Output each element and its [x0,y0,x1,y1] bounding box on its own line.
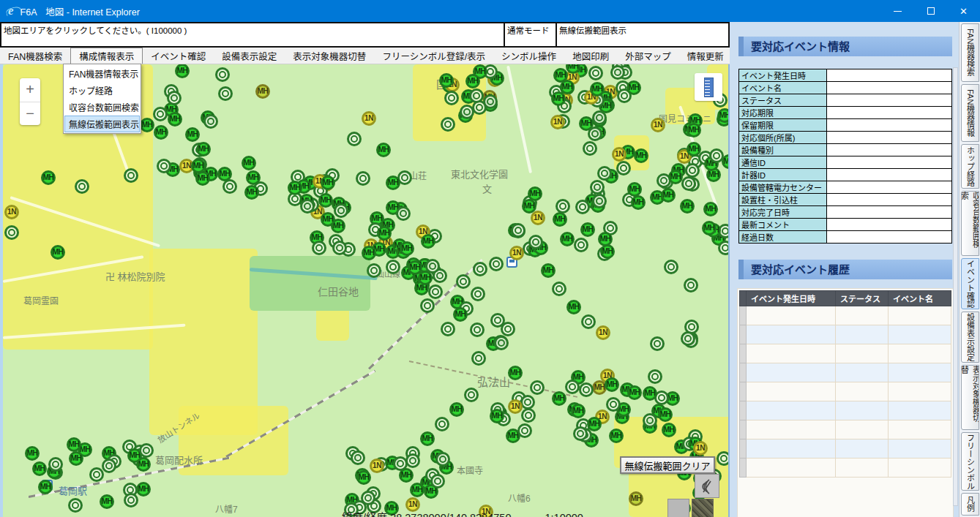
map-marker-ring[interactable] [124,493,138,507]
menu-item[interactable]: 設備表示設定 [214,48,285,64]
map-marker-ring[interactable] [681,176,696,191]
map-marker-ring[interactable] [435,452,450,467]
dropdown-item[interactable]: 収容台数範囲検索 [64,99,140,116]
zoom-out-button[interactable]: − [20,102,40,126]
map-marker-mh[interactable]: MH [490,409,504,423]
map-marker-ring[interactable] [473,262,487,276]
map-marker-mh[interactable]: MH [703,202,718,216]
history-row[interactable] [740,344,951,363]
map-marker-ring[interactable] [464,388,479,402]
map-marker-mh[interactable]: MH [627,385,642,400]
map-marker-mh[interactable]: MH [421,234,435,249]
map-marker-ring[interactable] [590,180,605,195]
map-marker-ring[interactable] [153,107,168,121]
map-marker-ring[interactable] [610,65,625,80]
map-marker-ring[interactable] [588,127,602,141]
map-marker-1n[interactable]: 1N [693,441,708,456]
panel-scrollbar[interactable] [953,67,958,506]
map-marker-mh[interactable]: MH [541,263,556,278]
map-marker-ring[interactable] [89,467,104,482]
map-marker-mh[interactable]: MH [168,112,182,127]
map-marker-mh[interactable]: MH [51,245,65,260]
side-tab[interactable]: FAN機器検索 [961,23,979,82]
map-marker-ring[interactable] [334,203,348,218]
map-marker-ring[interactable] [521,408,536,423]
map-marker-ring[interactable] [583,141,597,156]
map-marker-ring[interactable] [573,426,588,441]
map-marker-mh[interactable]: MH [420,431,435,446]
map-marker-mh[interactable]: MH [634,148,648,163]
map-marker-mh[interactable]: MH [136,482,151,497]
map-marker-mh[interactable]: MH [508,366,523,380]
map-marker-mh[interactable]: MH [717,108,730,123]
map-marker-ring[interactable] [574,238,588,252]
map-marker-mh[interactable]: MH [687,123,701,137]
history-row[interactable] [740,420,951,439]
side-tab[interactable]: 収容台数範囲検索 [961,191,979,256]
map-marker-ring[interactable] [685,163,700,178]
map-marker-ring[interactable] [471,287,485,301]
map-marker-mh[interactable]: MH [399,468,414,483]
map-marker-mh[interactable]: MH [626,80,641,95]
maximize-button[interactable] [914,0,947,22]
map-marker-mh[interactable]: MH [560,232,575,246]
map-marker-mh[interactable]: MH [386,176,400,190]
map-marker-mh[interactable]: MH [551,91,566,106]
map-marker-mh[interactable]: MH [41,170,56,185]
map-marker-ring[interactable] [222,179,237,194]
side-tab[interactable]: 表示対象機器切替 [961,365,979,430]
map-marker-ring[interactable] [167,91,182,105]
map-marker-ring[interactable] [102,458,116,473]
map-marker-ring[interactable] [718,241,730,255]
map-marker-ring[interactable] [456,274,471,289]
map-marker-ring[interactable] [444,91,459,105]
map-marker-mh[interactable]: MH [154,125,168,140]
map-marker-ring[interactable] [579,382,594,397]
menu-item[interactable]: FAN機器検索 [0,48,70,64]
map-marker-mh[interactable]: MH [185,127,200,142]
map-marker-1n[interactable]: 1N [370,458,384,473]
map-marker-ring[interactable] [386,260,400,274]
map-marker-ring[interactable] [300,199,315,214]
map-marker-mh[interactable]: MH [662,423,676,437]
map-marker-mh[interactable]: MH [38,480,53,494]
menu-item[interactable]: イベント確認 [143,48,214,64]
map-marker-ring[interactable] [684,278,698,293]
map-marker-mh[interactable]: MH [318,193,333,208]
map-marker-mh[interactable]: MH [362,246,376,260]
map-marker-1n[interactable]: 1N [508,399,523,414]
map-marker-mh[interactable]: MH [196,142,211,156]
map-marker-ring[interactable] [681,331,695,346]
map-marker-1n[interactable]: 1N [651,118,665,132]
map-marker-mh[interactable]: MH [627,182,642,197]
map-marker-ring[interactable] [215,67,230,82]
map-marker-mh[interactable]: MH [658,407,673,422]
map-marker-ring[interactable] [203,114,218,129]
map-marker-ring[interactable] [597,166,612,181]
map-marker-ring[interactable] [139,443,154,458]
map-marker-mh[interactable]: MH [571,404,586,418]
map-marker-mh[interactable]: MH [400,241,414,256]
map-marker-mh[interactable]: MH [661,188,676,203]
map-marker-ring[interactable] [405,453,420,468]
map-marker-ring[interactable] [420,298,435,313]
side-tab[interactable]: 凡例 [961,493,979,516]
map-marker-ring[interactable] [575,200,590,214]
map-marker-mh[interactable]: MH [465,74,480,88]
map-marker-ring[interactable] [511,223,525,238]
menu-item[interactable]: 外部マップ [617,48,679,64]
map-marker-ring[interactable] [530,380,545,395]
map-marker-1n[interactable]: 1N [550,115,565,129]
close-button[interactable]: ✕ [947,0,980,22]
map-marker-mh[interactable]: MH [590,82,605,97]
minimize-button[interactable] [881,0,914,22]
map-marker-ring[interactable] [441,117,455,132]
map-marker-ring[interactable] [489,257,504,271]
map-marker-mh[interactable]: MH [408,260,422,275]
map-marker-mh[interactable]: MH [288,181,302,195]
menu-item[interactable]: 表示対象機器切替 [285,48,374,64]
map-marker-mh[interactable]: MH [680,199,695,214]
map-marker-mh[interactable]: MH [25,446,40,461]
map-marker-mh[interactable]: MH [321,212,335,227]
dropdown-item[interactable]: FAN機器情報表示 [64,65,140,82]
